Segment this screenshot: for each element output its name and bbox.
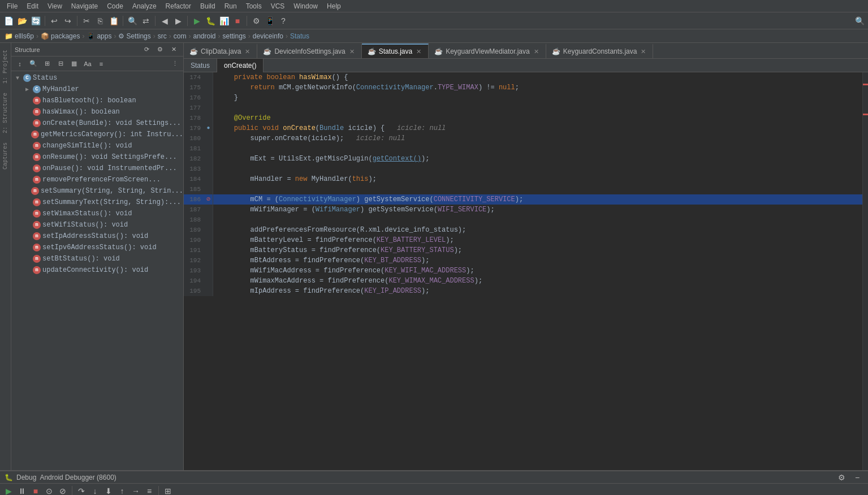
view-breakpoints-btn[interactable]: ⊙ bbox=[43, 485, 55, 496]
avd-btn[interactable]: 📱 bbox=[264, 15, 276, 27]
undo-btn[interactable]: ↩ bbox=[48, 15, 61, 27]
tree-item-5[interactable]: m getMetricsCategory(): int Instru... bbox=[11, 129, 183, 140]
menu-help[interactable]: Help bbox=[322, 1, 346, 11]
menu-edit[interactable]: Edit bbox=[22, 1, 43, 11]
stop-debug-btn[interactable]: ■ bbox=[29, 485, 42, 496]
menu-run[interactable]: Run bbox=[220, 1, 241, 11]
tab-close-2[interactable]: ✕ bbox=[348, 48, 356, 55]
method-tab-status[interactable]: Status bbox=[184, 59, 217, 72]
tree-item-11[interactable]: m setSummaryText(String, String):... bbox=[11, 197, 183, 208]
tab-close-1[interactable]: ✕ bbox=[244, 48, 251, 55]
structure-close-btn[interactable]: ✕ bbox=[167, 44, 180, 56]
coverage-btn[interactable]: 📊 bbox=[218, 15, 230, 27]
step-out-btn[interactable]: ↑ bbox=[116, 485, 128, 496]
force-step-into-btn[interactable]: ⬇ bbox=[102, 485, 115, 496]
tree-item-14[interactable]: m setIpAddressStatus(): void bbox=[11, 231, 183, 242]
tree-item-8[interactable]: m onPause(): void InstrumentedPr... bbox=[11, 163, 183, 174]
debug-settings-btn[interactable]: ⚙ bbox=[835, 471, 848, 484]
breadcrumb-settings2[interactable]: settings bbox=[223, 32, 246, 40]
menu-window[interactable]: Window bbox=[289, 1, 322, 11]
tree-item-13[interactable]: m setWifiStatus(): void bbox=[11, 219, 183, 231]
find-btn[interactable]: 🔍 bbox=[126, 15, 139, 27]
restore-layout-btn[interactable]: ⊞ bbox=[162, 485, 174, 496]
menu-vcs[interactable]: VCS bbox=[266, 1, 290, 11]
breadcrumb-packages[interactable]: 📦 packages bbox=[41, 32, 80, 40]
tree-item-9[interactable]: m removePreferenceFromScreen... bbox=[11, 174, 183, 185]
tree-item-12[interactable]: m setWimaxStatus(): void bbox=[11, 208, 183, 219]
tab-deviceinfosettings[interactable]: ☕ DeviceInfoSettings.java ✕ bbox=[257, 44, 361, 58]
back-btn[interactable]: ◀ bbox=[158, 15, 171, 27]
tab-close-3[interactable]: ✕ bbox=[415, 48, 422, 55]
structure-tab-vert[interactable]: 2: Structure bbox=[1, 88, 10, 138]
menu-build[interactable]: Build bbox=[196, 1, 220, 11]
breadcrumb-src[interactable]: src bbox=[158, 32, 167, 40]
tree-item-root[interactable]: ▼ C Status bbox=[11, 72, 183, 84]
str-fields-btn[interactable]: ≡ bbox=[95, 58, 107, 70]
cut-btn[interactable]: ✂ bbox=[80, 15, 93, 27]
str-more-btn[interactable]: ⋮ bbox=[169, 58, 181, 70]
menu-file[interactable]: File bbox=[2, 1, 22, 11]
str-inherited-btn[interactable]: ▦ bbox=[68, 58, 80, 70]
project-tab[interactable]: 1: Project bbox=[1, 45, 10, 88]
menu-code[interactable]: Code bbox=[102, 1, 128, 11]
tree-item-15[interactable]: m setIpv6AddressStatus(): void bbox=[11, 242, 183, 253]
tab-clipdata[interactable]: ☕ ClipData.java ✕ bbox=[184, 44, 257, 58]
copy-btn[interactable]: ⎘ bbox=[94, 15, 106, 27]
tree-item-2[interactable]: m hasBluetooth(): boolean bbox=[11, 95, 183, 106]
str-sort-btn[interactable]: ↕ bbox=[14, 58, 26, 70]
captures-tab[interactable]: Captures bbox=[1, 138, 10, 174]
breadcrumb-android[interactable]: android bbox=[193, 32, 215, 40]
breadcrumb-deviceinfo[interactable]: deviceinfo bbox=[253, 32, 283, 40]
step-over-btn[interactable]: ↷ bbox=[75, 485, 88, 496]
tree-item-17[interactable]: m updateConnectivity(): void bbox=[11, 264, 183, 276]
str-collapse-btn[interactable]: ⊟ bbox=[54, 58, 67, 70]
help-btn[interactable]: ? bbox=[277, 15, 290, 27]
tree-item-16[interactable]: m setBtStatus(): void bbox=[11, 253, 183, 264]
tree-item-3[interactable]: m hasWimax(): boolean bbox=[11, 106, 183, 118]
tree-item-10[interactable]: m setSummary(String, String, Strin... bbox=[11, 185, 183, 197]
refresh-btn[interactable]: 🔄 bbox=[29, 15, 42, 27]
replace-btn[interactable]: ⇄ bbox=[140, 15, 152, 27]
method-tab-oncreate[interactable]: onCreate() bbox=[217, 59, 264, 72]
run-to-cursor-btn[interactable]: → bbox=[129, 485, 142, 496]
str-anon-btn[interactable]: Aa bbox=[81, 58, 94, 70]
tree-item-7[interactable]: m onResume(): void SettingsPrefe... bbox=[11, 151, 183, 163]
resume-btn[interactable]: ▶ bbox=[2, 485, 15, 496]
tab-status[interactable]: ☕ Status.java ✕ bbox=[362, 44, 429, 58]
breadcrumb-item-project[interactable]: 📁 ellls6p bbox=[5, 32, 34, 40]
mute-breakpoints-btn[interactable]: ⊘ bbox=[57, 485, 69, 496]
str-filter-btn[interactable]: 🔍 bbox=[27, 58, 40, 70]
structure-settings-btn[interactable]: ⚙ bbox=[154, 44, 166, 56]
sdk-btn[interactable]: ⚙ bbox=[250, 15, 262, 27]
debug-minimize-btn[interactable]: − bbox=[851, 471, 863, 484]
tab-keyguardconstants[interactable]: ☕ KeyguardConstants.java ✕ bbox=[546, 44, 654, 58]
redo-btn[interactable]: ↪ bbox=[62, 15, 74, 27]
stop-btn[interactable]: ■ bbox=[231, 15, 244, 27]
tab-close-4[interactable]: ✕ bbox=[533, 48, 540, 55]
str-expand-btn[interactable]: ⊞ bbox=[41, 58, 53, 70]
open-btn[interactable]: 📂 bbox=[16, 15, 28, 27]
structure-sync-btn[interactable]: ⟳ bbox=[140, 44, 153, 56]
code-area[interactable]: 174 private boolean hasWimax() { 175 ret… bbox=[184, 72, 868, 470]
breadcrumb-status[interactable]: Status bbox=[290, 32, 309, 40]
run-btn[interactable]: ▶ bbox=[191, 15, 203, 27]
menu-refactor[interactable]: Refactor bbox=[161, 1, 196, 11]
menu-navigate[interactable]: Navigate bbox=[67, 1, 102, 11]
menu-analyze[interactable]: Analyze bbox=[128, 1, 161, 11]
forward-btn[interactable]: ▶ bbox=[172, 15, 184, 27]
new-file-btn[interactable]: 📄 bbox=[2, 15, 15, 27]
pause-btn[interactable]: ⏸ bbox=[16, 485, 28, 496]
breadcrumb-apps[interactable]: 📱 apps bbox=[87, 32, 111, 40]
tree-item-myhandler[interactable]: ▶ C MyHandler bbox=[11, 84, 183, 95]
search-everywhere-btn[interactable]: 🔍 bbox=[853, 15, 866, 27]
breadcrumb-com[interactable]: com bbox=[174, 32, 187, 40]
step-into-btn[interactable]: ↓ bbox=[89, 485, 101, 496]
evaluate-btn[interactable]: ≡ bbox=[143, 485, 156, 496]
tree-item-4[interactable]: m onCreate(Bundle): void Settings... bbox=[11, 118, 183, 129]
tab-keyguardviewmediator[interactable]: ☕ KeyguardViewMediator.java ✕ bbox=[429, 44, 546, 58]
paste-btn[interactable]: 📋 bbox=[107, 15, 120, 27]
breadcrumb-settings[interactable]: ⚙ Settings bbox=[118, 32, 150, 40]
tab-close-5[interactable]: ✕ bbox=[640, 48, 647, 55]
menu-view[interactable]: View bbox=[43, 1, 67, 11]
tree-item-6[interactable]: m changeSimTitle(): void bbox=[11, 140, 183, 151]
